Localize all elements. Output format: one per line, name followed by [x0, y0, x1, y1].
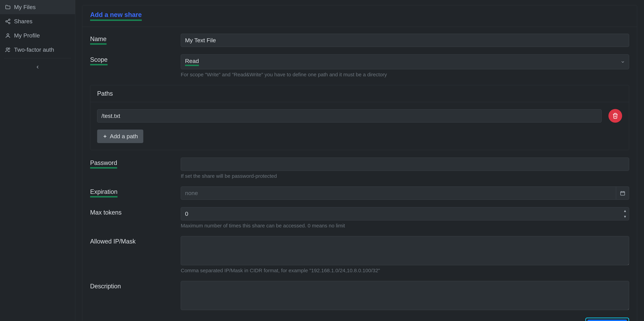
- path-input[interactable]: [97, 109, 602, 123]
- svg-point-5: [7, 34, 9, 36]
- form-row-expiration: Expiration: [90, 186, 629, 200]
- number-spinner: ▲ ▼: [622, 208, 628, 220]
- sidebar-item-label: My Files: [14, 4, 36, 11]
- submit-button[interactable]: Submit: [588, 320, 627, 321]
- sidebar-item-label: Two-factor auth: [14, 46, 54, 53]
- sidebar-collapse-button[interactable]: [0, 60, 75, 74]
- add-path-label: Add a path: [110, 133, 138, 140]
- chevron-left-icon: [35, 65, 40, 70]
- sidebar-item-two-factor-auth[interactable]: Two-factor auth: [0, 43, 75, 57]
- sidebar-item-label: My Profile: [14, 32, 40, 39]
- users-icon: [5, 47, 11, 53]
- scope-select[interactable]: Read: [181, 54, 629, 69]
- sidebar: My Files Shares My Profile Two-factor au…: [0, 0, 75, 321]
- svg-rect-10: [620, 191, 625, 195]
- plus-icon: [102, 134, 108, 139]
- share-form-card: Add a new share Name Scope: [82, 5, 637, 321]
- path-row: [97, 109, 622, 123]
- svg-point-7: [8, 48, 10, 49]
- add-path-button[interactable]: Add a path: [97, 130, 143, 143]
- svg-point-2: [8, 22, 10, 24]
- user-icon: [5, 33, 11, 39]
- sidebar-item-label: Shares: [14, 18, 32, 25]
- submit-focus-ring: Submit: [585, 317, 629, 321]
- expiration-input[interactable]: [181, 186, 616, 200]
- scope-value: Read: [185, 58, 199, 66]
- form-row-allowed-ip: Allowed IP/Mask Comma separated IP/Mask …: [90, 236, 629, 273]
- caret-down-icon: ▼: [623, 215, 627, 219]
- svg-line-4: [7, 22, 9, 23]
- sidebar-item-shares[interactable]: Shares: [0, 14, 75, 29]
- scope-label: Scope: [90, 56, 108, 65]
- form-row-name: Name: [90, 34, 629, 47]
- caret-up-icon: ▲: [623, 209, 627, 213]
- paths-panel: Paths: [90, 85, 629, 150]
- scope-helper: For scope "Write" and "Read&Write" you h…: [181, 72, 629, 78]
- form-row-description: Description: [90, 281, 629, 310]
- svg-point-1: [6, 21, 7, 22]
- max-tokens-label: Max tokens: [90, 209, 122, 216]
- description-label: Description: [90, 283, 121, 290]
- delete-path-button[interactable]: [608, 109, 622, 123]
- form-row-scope: Scope Read For scope "Write" and "Read&W…: [90, 54, 629, 78]
- expiration-label: Expiration: [90, 188, 118, 197]
- svg-point-6: [6, 48, 8, 50]
- app-root: My Files Shares My Profile Two-factor au…: [0, 0, 644, 321]
- spinner-down[interactable]: ▼: [622, 214, 628, 220]
- form-row-max-tokens: Max tokens ▲ ▼: [90, 207, 629, 229]
- calendar-icon: [620, 190, 625, 196]
- allowed-ip-helper: Comma separated IP/Mask in CIDR format, …: [181, 268, 629, 273]
- paths-title: Paths: [90, 85, 629, 102]
- allowed-ip-label: Allowed IP/Mask: [90, 238, 136, 245]
- name-input[interactable]: [181, 34, 629, 47]
- sidebar-item-my-profile[interactable]: My Profile: [0, 29, 75, 43]
- svg-line-3: [7, 20, 9, 21]
- submit-row: Submit: [90, 317, 629, 321]
- password-input[interactable]: [181, 158, 629, 171]
- password-helper: If set the share will be password-protec…: [181, 173, 629, 179]
- name-label: Name: [90, 36, 106, 45]
- max-tokens-input[interactable]: [181, 207, 629, 220]
- svg-point-0: [8, 19, 10, 20]
- max-tokens-helper: Maximum number of times this share can b…: [181, 223, 629, 229]
- share-icon: [5, 19, 11, 24]
- trash-icon: [612, 113, 618, 119]
- page-title: Add a new share: [90, 11, 142, 21]
- description-input[interactable]: [181, 281, 629, 310]
- card-body: Name Scope Read: [82, 27, 637, 321]
- form-row-password: Password If set the share will be passwo…: [90, 158, 629, 179]
- sidebar-item-my-files[interactable]: My Files: [0, 0, 75, 14]
- password-label: Password: [90, 159, 117, 169]
- card-header: Add a new share: [82, 5, 637, 27]
- calendar-button[interactable]: [616, 186, 629, 200]
- spinner-up[interactable]: ▲: [622, 208, 628, 214]
- main-content: Add a new share Name Scope: [75, 0, 644, 321]
- allowed-ip-input[interactable]: [181, 236, 629, 265]
- folder-icon: [5, 4, 11, 10]
